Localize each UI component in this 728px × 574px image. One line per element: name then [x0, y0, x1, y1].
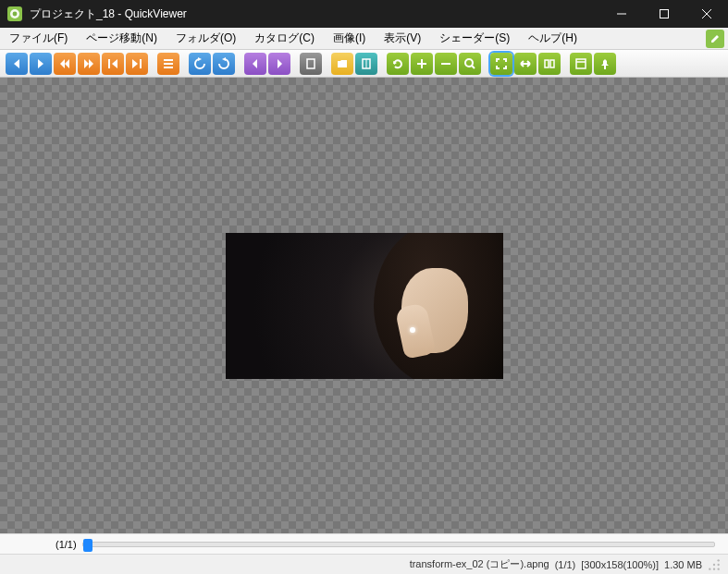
svg-rect-19 — [545, 60, 549, 67]
window-mode-button[interactable] — [570, 53, 592, 75]
edit-icon[interactable] — [706, 30, 724, 48]
slider-thumb[interactable] — [83, 539, 93, 552]
svg-rect-7 — [140, 59, 142, 68]
svg-rect-11 — [307, 59, 315, 68]
svg-rect-6 — [108, 59, 110, 68]
window-title: プロジェクト_18 - QuickViewer — [30, 6, 600, 22]
svg-point-16 — [465, 59, 473, 67]
status-dims: [300x158(100%)] — [581, 559, 659, 570]
svg-point-26 — [718, 563, 720, 565]
menu-image[interactable]: 画像(I) — [324, 28, 375, 49]
svg-point-29 — [718, 568, 720, 569]
folder-button[interactable] — [331, 53, 353, 75]
status-size: 1.30 MB — [664, 559, 702, 570]
resize-grip-icon[interactable] — [708, 558, 721, 571]
menu-file[interactable]: ファイル(F) — [0, 28, 77, 49]
svg-rect-3 — [660, 10, 669, 18]
pin-button[interactable] — [594, 53, 616, 75]
displayed-image — [226, 233, 503, 379]
maximize-button[interactable] — [643, 0, 685, 28]
svg-rect-20 — [550, 60, 554, 67]
rotate-right-button[interactable] — [213, 53, 235, 75]
svg-point-25 — [713, 563, 715, 565]
bookmark-prev-button[interactable] — [244, 53, 266, 75]
svg-rect-15 — [441, 63, 450, 65]
svg-point-1 — [13, 12, 18, 17]
svg-point-24 — [718, 559, 720, 561]
close-button[interactable] — [685, 0, 728, 28]
menu-shader[interactable]: シェーダー(S) — [430, 28, 519, 49]
spread-button[interactable] — [538, 53, 561, 75]
fit-width-button[interactable] — [514, 53, 537, 75]
svg-rect-9 — [164, 63, 173, 65]
minimize-button[interactable] — [600, 0, 643, 28]
page-slider-bar: (1/1) — [0, 533, 728, 554]
viewport[interactable] — [0, 78, 728, 533]
svg-point-28 — [713, 568, 715, 569]
svg-rect-14 — [417, 63, 426, 65]
svg-rect-8 — [164, 59, 173, 61]
svg-rect-21 — [576, 59, 586, 68]
svg-line-17 — [472, 66, 475, 68]
menu-page[interactable]: ページ移動(N) — [77, 28, 167, 49]
next-page-button[interactable] — [30, 53, 52, 75]
single-page-button[interactable] — [300, 53, 322, 75]
status-page: (1/1) — [555, 559, 576, 570]
toolbar — [0, 50, 728, 78]
menubar: ファイル(F) ページ移動(N) フォルダ(O) カタログ(C) 画像(I) 表… — [0, 28, 728, 50]
forward-button[interactable] — [78, 53, 100, 75]
menu-view[interactable]: 表示(V) — [375, 28, 430, 49]
last-button[interactable] — [126, 53, 148, 75]
page-index-label: (1/1) — [56, 539, 77, 550]
status-filename: transform-ex_02 (コピー).apng — [410, 557, 549, 571]
svg-rect-10 — [164, 67, 173, 68]
app-icon — [7, 6, 22, 21]
titlebar: プロジェクト_18 - QuickViewer — [0, 0, 728, 28]
bookmark-next-button[interactable] — [268, 53, 290, 75]
zoom-in-button[interactable] — [411, 53, 433, 75]
rotate-left-button[interactable] — [189, 53, 211, 75]
statusbar: transform-ex_02 (コピー).apng (1/1) [300x15… — [0, 554, 728, 574]
zoom-button[interactable] — [459, 53, 481, 75]
rewind-button[interactable] — [54, 53, 76, 75]
first-button[interactable] — [102, 53, 124, 75]
menu-folder[interactable]: フォルダ(O) — [167, 28, 245, 49]
zoom-out-button[interactable] — [435, 53, 457, 75]
fit-screen-button[interactable] — [490, 53, 512, 75]
menu-catalog[interactable]: カタログ(C) — [245, 28, 324, 49]
prev-page-button[interactable] — [6, 53, 28, 75]
book-button[interactable] — [355, 53, 377, 75]
menu-help[interactable]: ヘルプ(H) — [519, 28, 586, 49]
page-slider[interactable] — [82, 542, 715, 547]
svg-point-27 — [709, 568, 710, 569]
list-button[interactable] — [157, 53, 179, 75]
refresh-button[interactable] — [387, 53, 409, 75]
